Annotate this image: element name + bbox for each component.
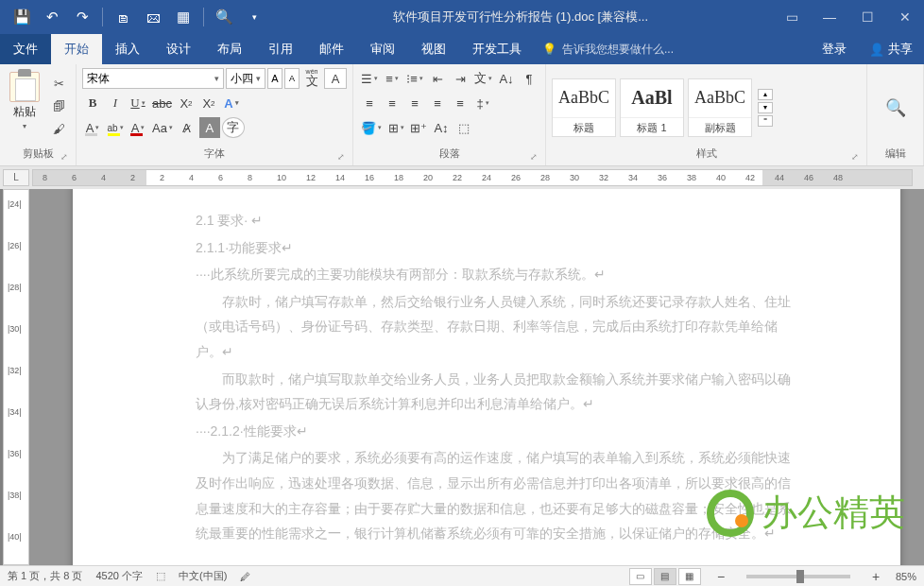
zoom-out-button[interactable]: − [714, 569, 727, 584]
styles-launcher-icon[interactable]: ⤢ [851, 152, 859, 162]
qat-more-icon[interactable]: ▾ [240, 3, 268, 31]
tab-design[interactable]: 设计 [153, 34, 204, 64]
horizontal-ruler[interactable]: 8642246810121416182022242628303234363840… [32, 169, 913, 186]
tab-file[interactable]: 文件 [0, 34, 51, 64]
select-objects-icon[interactable]: ⬚ [453, 117, 474, 138]
style-gallery-item[interactable]: AaBbC副标题 [688, 78, 752, 137]
word-count[interactable]: 4520 个字 [95, 569, 143, 583]
tab-insert[interactable]: 插入 [102, 34, 153, 64]
tab-view[interactable]: 视图 [408, 34, 459, 64]
zoom-in-button[interactable]: + [869, 569, 882, 584]
grow-font-icon[interactable]: A [267, 68, 282, 89]
web-layout-icon[interactable]: ▦ [678, 568, 701, 585]
ribbon-display-icon[interactable]: ▭ [773, 3, 811, 31]
font-name-combo[interactable]: 宋体▾ [82, 68, 224, 89]
align-left-icon[interactable]: ≡ [359, 93, 380, 113]
sort-az-icon[interactable]: A↕ [431, 117, 452, 138]
redo-icon[interactable]: ↷ [68, 3, 96, 31]
multilevel-icon[interactable]: ⁝≡▾ [404, 68, 425, 89]
document-paragraph[interactable]: 存款时，储户填写存款单，然后交给银行业务人员键入系统，同时系统还要记录存款人姓名… [196, 289, 796, 365]
zoom-slider[interactable] [746, 575, 850, 578]
preview-icon[interactable]: 🔍 [210, 3, 238, 31]
styles-up-icon[interactable]: ▴ [758, 89, 773, 100]
table-icon[interactable]: ▦ [169, 3, 197, 31]
maximize-icon[interactable]: ☐ [848, 3, 886, 31]
superscript-button[interactable]: X2 [198, 93, 219, 113]
highlight-color-icon[interactable]: ab▾ [105, 117, 126, 138]
font-size-combo[interactable]: 小四▾ [226, 68, 265, 89]
text-effects-icon[interactable]: A▾ [221, 93, 242, 113]
tab-mail[interactable]: 邮件 [306, 34, 357, 64]
ruler-corner[interactable]: L [3, 169, 29, 186]
underline-button[interactable]: U▾ [128, 93, 148, 113]
decrease-indent-icon[interactable]: ⇤ [427, 68, 448, 89]
document-paragraph[interactable]: ····2.1.2·性能要求↵ [196, 419, 796, 444]
styles-down-icon[interactable]: ▾ [758, 102, 773, 113]
undo-icon[interactable]: ↶ [38, 3, 66, 31]
tab-home[interactable]: 开始 [51, 34, 102, 64]
clear-format-icon[interactable]: A̷ [177, 117, 197, 138]
read-mode-icon[interactable]: ▭ [629, 568, 652, 585]
font-launcher-icon[interactable]: ⤢ [337, 152, 345, 162]
italic-button[interactable]: I [105, 93, 126, 113]
tab-layout[interactable]: 布局 [204, 34, 255, 64]
char-border-icon[interactable]: A [324, 68, 347, 89]
justify-icon[interactable]: ≡ [427, 93, 448, 113]
zoom-level[interactable]: 85% [896, 571, 916, 582]
bold-button[interactable]: B [82, 93, 103, 113]
strikethrough-button[interactable]: abc [150, 93, 174, 113]
change-case-icon[interactable]: Aa▾ [150, 117, 175, 138]
document-paragraph[interactable]: 2.1 要求· ↵ [196, 208, 796, 233]
styles-more-icon[interactable]: ⁼ [758, 115, 773, 127]
qat-icon-1[interactable]: 🗈 [109, 3, 137, 31]
borders-icon[interactable]: ⊞▾ [385, 117, 406, 138]
tab-dev[interactable]: 开发工具 [459, 34, 535, 64]
tab-references[interactable]: 引用 [255, 34, 306, 64]
line-spacing-icon[interactable]: ‡▾ [472, 93, 493, 113]
close-icon[interactable]: ✕ [886, 3, 924, 31]
paste-button[interactable]: 粘贴 ▾ [6, 68, 43, 130]
tab-review[interactable]: 审阅 [357, 34, 408, 64]
style-gallery-item[interactable]: AaBbC标题 [552, 78, 616, 137]
subscript-button[interactable]: X2 [176, 93, 197, 113]
page-indicator[interactable]: 第 1 页，共 8 页 [8, 569, 82, 583]
numbering-icon[interactable]: ≡▾ [382, 68, 402, 89]
login-button[interactable]: 登录 [811, 34, 858, 64]
page-viewport[interactable]: 2.1 要求· ↵2.1.1·功能要求↵····此系统所要完成的主要功能模块有两… [29, 189, 924, 565]
document-paragraph[interactable]: ····此系统所要完成的主要功能模块有两部分：取款系统与存款系统。↵ [196, 262, 796, 287]
copy-icon[interactable]: 🗐 [47, 96, 70, 115]
document-paragraph[interactable]: 而取款时，储户填写取款单交给业务人员，业务人员把取款金额输入系统并要求储户输入密… [196, 367, 796, 417]
sort-icon[interactable]: A↓ [496, 68, 517, 89]
vertical-ruler[interactable]: |24||26||28||30||32||34||36||38||40| [3, 189, 29, 565]
save-icon[interactable]: 💾 [8, 3, 36, 31]
print-layout-icon[interactable]: ▤ [654, 568, 676, 585]
phonetic-icon[interactable]: wén文 [301, 68, 322, 89]
enclose-char-icon[interactable]: 字 [222, 117, 245, 138]
format-painter-icon[interactable]: 🖌 [47, 119, 70, 138]
snap-grid-icon[interactable]: ⊞⁺ [408, 117, 429, 138]
clipboard-launcher-icon[interactable]: ⤢ [60, 152, 68, 162]
align-center-icon[interactable]: ≡ [382, 93, 402, 113]
font-color-icon[interactable]: A▾ [128, 117, 148, 138]
shading-icon[interactable]: 🪣▾ [359, 117, 384, 138]
find-icon[interactable]: 🔍 [885, 97, 906, 118]
highlight-icon[interactable]: A▾ [82, 117, 103, 138]
bullets-icon[interactable]: ☰▾ [359, 68, 380, 89]
char-shading-icon[interactable]: A [199, 117, 220, 138]
spellcheck-icon[interactable]: ⬚ [156, 570, 165, 582]
paragraph-launcher-icon[interactable]: ⤢ [530, 152, 538, 162]
language-indicator[interactable]: 中文(中国) [179, 569, 227, 583]
minimize-icon[interactable]: ― [811, 3, 848, 31]
align-right-icon[interactable]: ≡ [404, 93, 425, 113]
tell-me-search[interactable]: 💡 告诉我您想要做什么... [542, 34, 674, 64]
cut-icon[interactable]: ✂ [47, 74, 70, 93]
increase-indent-icon[interactable]: ⇥ [450, 68, 471, 89]
asian-layout-icon[interactable]: 文▾ [472, 68, 494, 89]
document-paragraph[interactable]: 2.1.1·功能要求↵ [196, 235, 796, 261]
show-marks-icon[interactable]: ¶ [519, 68, 539, 89]
track-changes-icon[interactable]: 🖉 [240, 571, 250, 582]
style-gallery-item[interactable]: AaBl标题 1 [620, 78, 684, 137]
share-button[interactable]: 👤 共享 [858, 34, 924, 64]
shrink-font-icon[interactable]: A [284, 68, 299, 89]
distribute-icon[interactable]: ≡ [450, 93, 471, 113]
